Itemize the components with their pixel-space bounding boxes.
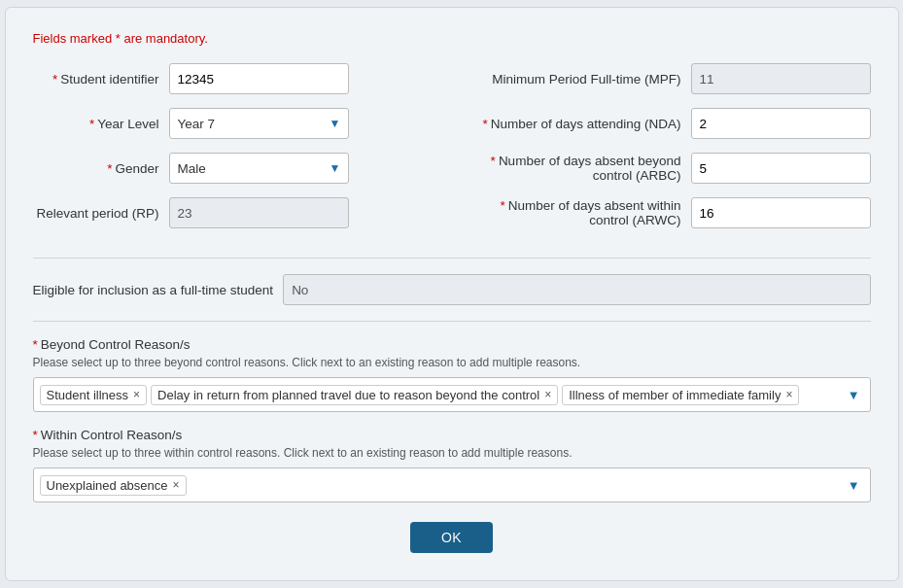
beyond-control-tag-label-2: Illness of member of immediate family — [569, 388, 781, 402]
beyond-control-tag-label-1: Delay in return from planned travel due … — [157, 388, 539, 402]
beyond-control-dropdown-icon[interactable]: ▼ — [844, 388, 864, 402]
relevant-period-label: Relevant period (RP) — [33, 206, 169, 221]
beyond-control-tags-wrap[interactable]: Student illness × Delay in return from p… — [33, 377, 871, 412]
nda-row: *Number of days attending (NDA) — [471, 108, 871, 139]
arwc-label: *Number of days absent within control (A… — [471, 198, 691, 227]
within-control-section: *Within Control Reason/s Please select u… — [33, 428, 871, 502]
arbc-label: *Number of days absent beyond control (A… — [471, 154, 691, 183]
within-control-tag-remove-0[interactable]: × — [173, 479, 180, 491]
divider-1 — [33, 258, 871, 259]
beyond-control-tag-label-0: Student illness — [47, 388, 129, 402]
mpf-input — [691, 63, 871, 94]
eligible-row: Eligible for inclusion as a full-time st… — [33, 274, 871, 305]
arwc-input[interactable] — [691, 197, 871, 228]
beyond-control-title: *Beyond Control Reason/s — [33, 337, 871, 352]
eligible-label: Eligible for inclusion as a full-time st… — [33, 283, 274, 297]
arwc-row: *Number of days absent within control (A… — [471, 197, 871, 228]
student-identifier-label: *Student identifier — [33, 72, 169, 86]
relevant-period-input — [169, 197, 349, 228]
within-control-tags-wrap[interactable]: Unexplained absence × ▼ — [33, 467, 871, 502]
nda-label: *Number of days attending (NDA) — [471, 117, 691, 131]
beyond-control-tag-2: Illness of member of immediate family × — [562, 385, 799, 405]
gender-select-wrap: Male Female Other ▼ — [169, 153, 349, 184]
nda-input[interactable] — [691, 108, 871, 139]
ok-button[interactable]: OK — [410, 522, 493, 553]
gender-row: *Gender Male Female Other ▼ — [33, 153, 433, 184]
within-control-hint: Please select up to three within control… — [33, 446, 871, 460]
beyond-control-tag-0: Student illness × — [40, 385, 148, 405]
beyond-control-tag-remove-0[interactable]: × — [133, 389, 140, 400]
arbc-input[interactable] — [691, 153, 871, 184]
mpf-label: Minimum Period Full-time (MPF) — [471, 72, 691, 86]
beyond-control-section: *Beyond Control Reason/s Please select u… — [33, 337, 871, 412]
within-control-title: *Within Control Reason/s — [33, 428, 871, 442]
gender-label: *Gender — [33, 161, 169, 176]
divider-2 — [33, 321, 871, 322]
ok-btn-wrap: OK — [33, 522, 871, 553]
mpf-row: Minimum Period Full-time (MPF) — [471, 63, 871, 94]
year-level-select[interactable]: Year 7 Year 8 Year 9 Year 10 Year 11 Yea… — [169, 108, 349, 139]
arbc-row: *Number of days absent beyond control (A… — [471, 153, 871, 184]
student-identifier-input[interactable] — [169, 63, 349, 94]
form-grid: *Student identifier *Year Level Year 7 Y… — [33, 63, 871, 242]
form-modal: Fields marked * are mandatory. *Student … — [5, 7, 899, 581]
year-level-row: *Year Level Year 7 Year 8 Year 9 Year 10… — [33, 108, 433, 139]
eligible-value: No — [283, 274, 870, 305]
right-column: Minimum Period Full-time (MPF) *Number o… — [471, 63, 871, 242]
beyond-control-tag-1: Delay in return from planned travel due … — [151, 385, 558, 405]
relevant-period-row: Relevant period (RP) — [33, 197, 433, 228]
beyond-control-tag-remove-1[interactable]: × — [544, 389, 551, 400]
year-level-label: *Year Level — [33, 117, 169, 131]
gender-select[interactable]: Male Female Other — [169, 153, 349, 184]
beyond-control-hint: Please select up to three beyond control… — [33, 356, 871, 369]
within-control-tag-0: Unexplained absence × — [40, 475, 187, 496]
within-control-tag-label-0: Unexplained absence — [47, 478, 168, 493]
left-column: *Student identifier *Year Level Year 7 Y… — [33, 63, 433, 242]
year-level-select-wrap: Year 7 Year 8 Year 9 Year 10 Year 11 Yea… — [169, 108, 349, 139]
mandatory-note: Fields marked * are mandatory. — [33, 31, 871, 46]
within-control-dropdown-icon[interactable]: ▼ — [844, 478, 864, 493]
student-identifier-row: *Student identifier — [33, 63, 433, 94]
beyond-control-tag-remove-2[interactable]: × — [785, 389, 792, 400]
